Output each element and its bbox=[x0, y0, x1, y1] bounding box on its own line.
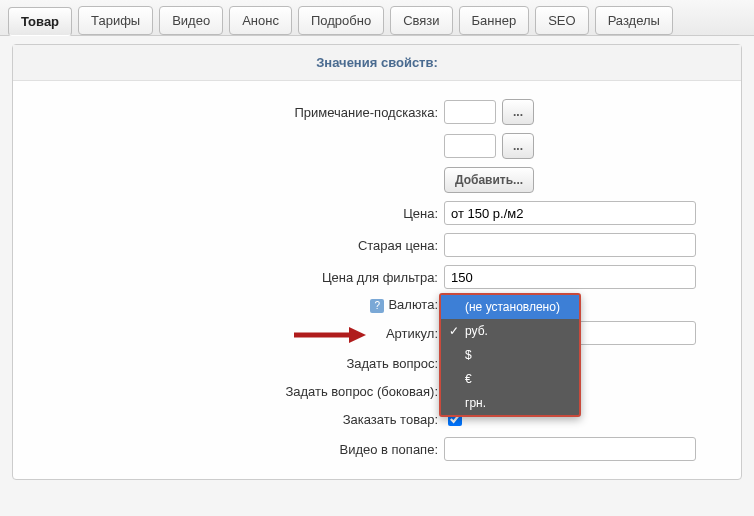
currency-option-rub[interactable]: руб. bbox=[441, 319, 579, 343]
label-price: Цена: bbox=[13, 206, 444, 221]
tab-detail[interactable]: Подробно bbox=[298, 6, 384, 35]
tab-announce[interactable]: Анонс bbox=[229, 6, 292, 35]
tab-seo[interactable]: SEO bbox=[535, 6, 588, 35]
label-ask-question-side: Задать вопрос (боковая): bbox=[13, 384, 444, 399]
label-order: Заказать товар: bbox=[13, 412, 444, 427]
tab-bar: Товар Тарифы Видео Анонс Подробно Связи … bbox=[0, 0, 754, 36]
hint-browse-1-button[interactable]: ... bbox=[502, 99, 534, 125]
add-button[interactable]: Добавить... bbox=[444, 167, 534, 193]
form-panel: Значения свойств: Примечание-подсказка: … bbox=[12, 44, 742, 480]
label-ask-question: Задать вопрос: bbox=[13, 356, 444, 371]
section-header: Значения свойств: bbox=[13, 45, 741, 81]
filter-price-input[interactable] bbox=[444, 265, 696, 289]
price-input[interactable] bbox=[444, 201, 696, 225]
label-filter-price: Цена для фильтра: bbox=[13, 270, 444, 285]
hint-input-2[interactable] bbox=[444, 134, 496, 158]
label-currency: ?Валюта: bbox=[13, 297, 444, 313]
label-sku: Артикул: bbox=[13, 326, 444, 341]
currency-option-eur[interactable]: € bbox=[441, 367, 579, 391]
currency-dropdown[interactable]: (не установлено) руб. $ € грн. bbox=[439, 293, 581, 417]
tab-video[interactable]: Видео bbox=[159, 6, 223, 35]
hint-browse-2-button[interactable]: ... bbox=[502, 133, 534, 159]
currency-option-none[interactable]: (не установлено) bbox=[441, 295, 579, 319]
tab-tariffs[interactable]: Тарифы bbox=[78, 6, 153, 35]
video-popup-input[interactable] bbox=[444, 437, 696, 461]
old-price-input[interactable] bbox=[444, 233, 696, 257]
currency-option-usd[interactable]: $ bbox=[441, 343, 579, 367]
currency-option-uah[interactable]: грн. bbox=[441, 391, 579, 415]
label-video-popup: Видео в попапе: bbox=[13, 442, 444, 457]
tab-banner[interactable]: Баннер bbox=[459, 6, 530, 35]
tab-sections[interactable]: Разделы bbox=[595, 6, 673, 35]
tab-links[interactable]: Связи bbox=[390, 6, 452, 35]
hint-input-1[interactable] bbox=[444, 100, 496, 124]
tab-product[interactable]: Товар bbox=[8, 7, 72, 36]
help-icon[interactable]: ? bbox=[370, 299, 384, 313]
label-hint: Примечание-подсказка: bbox=[13, 105, 444, 120]
label-old-price: Старая цена: bbox=[13, 238, 444, 253]
